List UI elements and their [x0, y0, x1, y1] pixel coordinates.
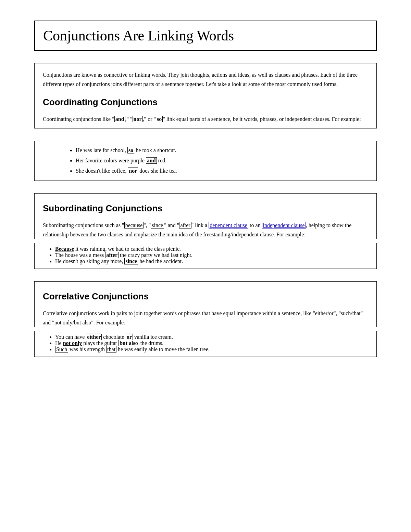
but-also-keyword: but also [119, 340, 139, 346]
so-keyword: so [156, 116, 163, 122]
coordinating-heading: Coordinating Conjunctions [43, 97, 368, 108]
so-bullet-keyword: so [127, 147, 134, 153]
independent-clause-link[interactable]: independent clause [262, 222, 306, 228]
correlative-body: Correlative conjunctions work in pairs t… [43, 309, 368, 327]
nor-keyword: nor [133, 116, 143, 122]
list-item: Her favorite colors were purple and red. [76, 156, 368, 166]
correlative-bullets: You can have either chocolate or vanilla… [34, 331, 377, 357]
intro-section: Conjunctions are known as connective or … [34, 63, 377, 128]
not-only-keyword: not only [63, 340, 82, 346]
list-item: You can have either chocolate or vanilla… [55, 334, 368, 340]
correlative-top-box: Correlative Conjunctions Correlative con… [34, 281, 377, 327]
coordinating-bullets: He was late for school, so he took a sho… [34, 141, 377, 181]
because-bullet-keyword: Because [55, 246, 74, 252]
list-item: She doesn't like coffee, nor does she li… [76, 166, 368, 176]
that-keyword: that [106, 346, 116, 352]
subordinating-bullets: Because it was raining, we had to cancel… [34, 243, 377, 269]
page-title-box: Conjunctions Are Linking Words [34, 21, 377, 51]
list-item: He not only plays the guitar but also th… [55, 340, 368, 346]
list-item: He doesn't go skiing any more, since he … [55, 258, 368, 264]
subordinating-section-group: Subordinating Conjunctions Subordinating… [34, 193, 377, 269]
coordinating-body: Coordinating conjunctions like "and," "n… [43, 114, 368, 124]
or-keyword: or [126, 334, 133, 340]
correlative-section-group: Correlative Conjunctions Correlative con… [34, 281, 377, 357]
and-bullet-keyword: and [146, 157, 157, 164]
after-keyword: after [179, 222, 191, 228]
either-keyword: either [86, 334, 102, 340]
dependent-clause-link[interactable]: dependent clause [209, 222, 248, 228]
subordinating-heading: Subordinating Conjunctions [43, 203, 368, 214]
list-item: The house was a mess after the crazy par… [55, 252, 368, 258]
nor-bullet-keyword: nor [128, 168, 138, 174]
because-keyword: because [124, 222, 144, 228]
such-keyword: Such [55, 346, 68, 352]
list-item: Such was his strength that he was easily… [55, 346, 368, 352]
after-bullet-keyword: after [105, 252, 119, 258]
since-bullet-keyword: since [124, 258, 138, 264]
correlative-heading: Correlative Conjunctions [43, 291, 368, 302]
subordinating-body: Subordinating conjunctions such as "beca… [43, 221, 368, 239]
and-keyword: and [114, 116, 125, 122]
page-title: Conjunctions Are Linking Words [43, 27, 368, 44]
intro-text: Conjunctions are known as connective or … [43, 70, 368, 89]
list-item: Because it was raining, we had to cancel… [55, 246, 368, 252]
list-item: He was late for school, so he took a sho… [76, 145, 368, 156]
subordinating-top-box: Subordinating Conjunctions Subordinating… [34, 193, 377, 239]
since-keyword: since [151, 222, 164, 228]
